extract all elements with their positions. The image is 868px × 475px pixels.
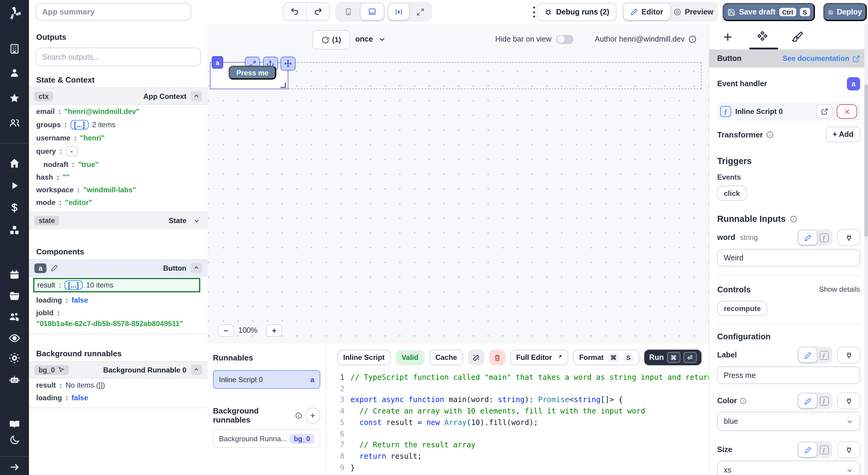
press-me-button[interactable]: Press me	[228, 66, 276, 79]
cache-button[interactable]: Cache	[429, 350, 463, 365]
ai-wand-button[interactable]	[468, 350, 484, 365]
deploy-button[interactable]: Deploy	[824, 3, 867, 21]
info-icon[interactable]	[766, 131, 774, 138]
docs-book-icon[interactable]	[8, 418, 21, 430]
expand-array-chip[interactable]: [...]	[70, 120, 88, 129]
app-summary-input[interactable]	[36, 3, 191, 21]
desktop-view-button[interactable]	[361, 4, 384, 20]
home-icon[interactable]	[8, 157, 21, 169]
zoom-in-button[interactable]: +	[266, 324, 282, 337]
zoom-out-button[interactable]: −	[218, 324, 234, 337]
info-icon[interactable]	[789, 215, 797, 223]
settings-gear-icon[interactable]	[8, 352, 21, 364]
ctx-row-mode[interactable]: mode:"editor"	[29, 196, 208, 209]
dark-mode-moon-icon[interactable]	[9, 434, 20, 446]
schedules-calendar-icon[interactable]	[9, 269, 20, 281]
ctx-header[interactable]: ctx App Context	[29, 88, 208, 105]
fullscreen-button[interactable]	[410, 4, 431, 20]
user-icon[interactable]	[9, 67, 20, 79]
remove-script-button[interactable]	[837, 104, 857, 119]
undo-button[interactable]	[283, 3, 306, 21]
info-icon[interactable]	[688, 35, 697, 43]
connect-plug-button[interactable]	[837, 347, 860, 364]
runs-play-icon[interactable]	[9, 180, 20, 191]
dynamic-fx-button[interactable]: ƒ	[817, 394, 831, 408]
collapse-chevron-up-icon[interactable]	[191, 263, 202, 273]
run-button[interactable]: Run ⌘ ⏎	[645, 350, 702, 365]
dynamic-fx-button[interactable]: ƒ	[817, 348, 831, 362]
component-a-jobid-row[interactable]: jobId:	[29, 306, 208, 319]
component-settings-tab[interactable]	[756, 30, 769, 43]
expand-array-chip[interactable]: [...]	[64, 280, 82, 290]
state-header[interactable]: state State	[29, 212, 208, 229]
ctx-row-username[interactable]: username:"henri"	[29, 131, 208, 144]
insert-component-tab[interactable]	[721, 30, 734, 43]
hide-bar-toggle[interactable]	[556, 35, 574, 44]
mobile-view-button[interactable]	[337, 4, 360, 20]
center-content-button[interactable]	[389, 4, 409, 20]
resize-handle[interactable]	[280, 82, 286, 88]
size-select[interactable]: xs	[717, 461, 860, 475]
app-canvas[interactable]: (1) once Hide bar on view Author henri@w…	[208, 24, 709, 344]
resources-cubes-icon[interactable]	[8, 224, 21, 236]
static-pencil-button[interactable]	[799, 348, 817, 362]
component-a-header[interactable]: a Button	[29, 259, 208, 277]
see-documentation-link[interactable]: See documentation	[783, 54, 860, 63]
search-outputs-input[interactable]	[36, 47, 201, 66]
static-pencil-button[interactable]	[799, 442, 817, 457]
ctx-row-hash[interactable]: hash:""	[29, 171, 208, 183]
bg0-header[interactable]: bg_0 Background Runnable 0	[29, 361, 208, 379]
bg0-loading-row[interactable]: loading:false	[29, 391, 208, 404]
save-draft-button[interactable]: Save draft Ctrl S	[723, 3, 815, 21]
recompute-chip[interactable]: recompute	[717, 301, 768, 316]
rename-pencil-icon[interactable]	[51, 264, 59, 272]
refresh-frequency-dropdown[interactable]: once	[355, 30, 386, 48]
attached-script-row[interactable]: ƒ Inline Script 0	[717, 102, 860, 121]
connect-plug-button[interactable]	[837, 393, 860, 409]
connect-plug-button[interactable]	[837, 441, 860, 458]
runnable-item-inline-script-0[interactable]: Inline Script 0 a	[213, 370, 320, 389]
delete-script-button[interactable]	[489, 350, 505, 365]
scrollbar-track[interactable]	[864, 24, 868, 475]
scrollbar-thumb[interactable]	[864, 84, 868, 237]
click-event-chip[interactable]: click	[717, 186, 746, 201]
favorites-star-icon[interactable]	[8, 92, 21, 104]
move-component-handle[interactable]	[280, 57, 296, 71]
dynamic-fx-button[interactable]: ƒ	[817, 442, 831, 457]
editor-tab[interactable]: Editor	[624, 4, 670, 20]
component-a-result-row[interactable]: result: [...] 10 items	[33, 278, 200, 292]
expand-object-chip[interactable]: -	[65, 146, 78, 156]
component-a-loading-row[interactable]: loading:false	[29, 294, 208, 306]
ctx-row-email[interactable]: email:"henri@windmill.dev"	[29, 105, 208, 117]
dynamic-fx-button[interactable]: ƒ	[817, 230, 831, 245]
info-icon[interactable]	[739, 397, 746, 404]
add-background-runnable-button[interactable]	[305, 407, 320, 423]
collapse-chevron-up-icon[interactable]	[191, 91, 202, 101]
info-icon[interactable]	[295, 411, 302, 419]
static-pencil-button[interactable]	[799, 394, 817, 408]
ctx-row-groups[interactable]: groups:[...]2 items	[29, 117, 208, 131]
folders-icon[interactable]	[8, 290, 21, 302]
variables-dollar-icon[interactable]	[8, 202, 21, 214]
expand-chevron-down-icon[interactable]	[191, 215, 202, 226]
ctx-row-query[interactable]: query:-	[29, 144, 208, 158]
show-details-link[interactable]: Show details	[819, 285, 860, 294]
collapse-chevron-up-icon[interactable]	[191, 365, 202, 375]
static-pencil-button[interactable]	[799, 230, 817, 245]
connect-plug-button[interactable]	[837, 229, 860, 246]
open-script-button[interactable]	[816, 104, 832, 119]
bg0-result-row[interactable]: result:No items ([])	[29, 379, 208, 391]
label-value-input[interactable]	[717, 367, 860, 384]
collapse-arrow-right-icon[interactable]	[9, 462, 20, 473]
ai-robot-icon[interactable]	[8, 373, 21, 386]
runnable-item-bg0[interactable]: Background Runna... bg_0	[213, 429, 320, 448]
canvas-grid[interactable]	[208, 57, 709, 344]
format-button[interactable]: Format ⌘ S	[573, 350, 640, 365]
add-transformer-button[interactable]: + Add	[826, 127, 860, 142]
ctx-row-workspace[interactable]: workspace:"windmill-labs"	[29, 183, 208, 196]
inline-script-tab[interactable]: Inline Script	[337, 350, 391, 365]
preview-tab[interactable]: Preview	[670, 4, 717, 20]
code-lines[interactable]: // TypeScript function called "main" tha…	[350, 372, 709, 475]
windmill-logo[interactable]	[7, 5, 22, 21]
redo-button[interactable]	[306, 3, 329, 21]
